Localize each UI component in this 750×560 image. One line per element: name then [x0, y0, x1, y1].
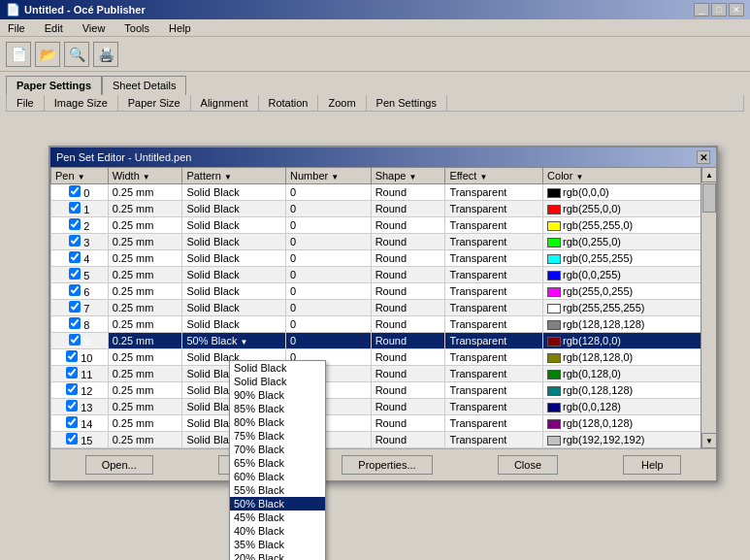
dropdown-item[interactable]: 45% Black — [230, 511, 325, 524]
table-row[interactable]: 30.25 mmSolid Black0RoundTransparentrgb(… — [51, 234, 716, 250]
help-button[interactable]: Help — [623, 455, 681, 475]
pen-checkbox[interactable] — [69, 251, 81, 263]
toolbar-search-button[interactable]: 🔍 — [64, 42, 89, 67]
tab-paper-settings[interactable]: Paper Settings — [6, 76, 102, 95]
dropdown-item[interactable]: 90% Black — [230, 388, 325, 402]
table-row[interactable]: 60.25 mmSolid Black0RoundTransparentrgb(… — [51, 283, 716, 300]
toolbar-print-button[interactable]: 🖨️ — [93, 42, 118, 67]
tab-sheet-details[interactable]: Sheet Details — [102, 76, 186, 95]
color-value: rgb(0,128,128) — [563, 384, 633, 396]
table-row[interactable]: 90.25 mm50% Black ▼0RoundTransparentrgb(… — [51, 333, 716, 349]
col-header-color[interactable]: Color ▼ — [543, 168, 716, 184]
col-file[interactable]: File — [7, 95, 45, 111]
pen-checkbox[interactable] — [69, 301, 81, 313]
properties-button[interactable]: Properties... — [342, 455, 432, 475]
pen-checkbox[interactable] — [69, 218, 81, 230]
dropdown-item[interactable]: 20% Black — [230, 551, 325, 560]
col-zoom[interactable]: Zoom — [318, 95, 366, 111]
dropdown-item[interactable]: 65% Black — [230, 456, 325, 470]
dropdown-item[interactable]: 60% Black — [230, 470, 325, 483]
col-header-shape[interactable]: Shape ▼ — [371, 168, 445, 184]
dropdown-item[interactable]: 70% Black — [230, 443, 325, 456]
scrollbar-thumb[interactable] — [702, 183, 716, 213]
col-pen-settings[interactable]: Pen Settings — [367, 95, 447, 111]
pen-color: rgb(128,0,128) — [543, 415, 716, 432]
scrollbar-down-button[interactable]: ▼ — [701, 433, 717, 448]
dropdown-item[interactable]: Solid Black — [230, 375, 325, 388]
maximize-button[interactable]: □ — [711, 3, 727, 16]
pen-checkbox[interactable] — [69, 284, 81, 296]
pen-pattern[interactable]: Solid Black — [182, 267, 286, 283]
pen-pattern[interactable]: Solid Black — [182, 184, 286, 201]
menu-file[interactable]: File — [4, 21, 29, 35]
pen-pattern[interactable]: Solid Black — [182, 217, 286, 234]
toolbar-open-button[interactable]: 📂 — [35, 42, 60, 67]
col-paper-size[interactable]: Paper Size — [118, 95, 191, 111]
dialog-close-button[interactable]: ✕ — [697, 150, 710, 164]
pen-checkbox[interactable] — [66, 383, 78, 395]
table-row[interactable]: 150.25 mmSolid Black0RoundTransparentrgb… — [51, 432, 716, 448]
pen-color: rgb(0,0,0) — [543, 184, 716, 201]
col-header-width[interactable]: Width ▼ — [108, 168, 182, 184]
pen-number: 13 — [78, 402, 92, 413]
table-row[interactable]: 20.25 mmSolid Black0RoundTransparentrgb(… — [51, 217, 716, 234]
dropdown-item[interactable]: 75% Black — [230, 429, 325, 443]
pen-shape: Round — [371, 316, 445, 333]
dropdown-item[interactable]: 50% Black — [230, 497, 325, 511]
menu-view[interactable]: View — [79, 21, 110, 35]
pen-pattern[interactable]: Solid Black — [182, 234, 286, 250]
pen-checkbox[interactable] — [69, 268, 81, 280]
table-row[interactable]: 80.25 mmSolid Black0RoundTransparentrgb(… — [51, 316, 716, 333]
pen-checkbox[interactable] — [66, 350, 78, 362]
open-button[interactable]: Open... — [85, 455, 153, 475]
close-button[interactable]: Close — [498, 455, 558, 475]
pen-pattern[interactable]: Solid Black — [182, 316, 286, 333]
pen-checkbox[interactable] — [69, 202, 81, 214]
table-row[interactable]: 130.25 mmSolid Black0RoundTransparentrgb… — [51, 399, 716, 415]
col-header-pattern[interactable]: Pattern ▼ — [182, 168, 286, 184]
col-rotation[interactable]: Rotation — [259, 95, 319, 111]
table-row[interactable]: 40.25 mmSolid Black0RoundTransparentrgb(… — [51, 250, 716, 267]
col-image-size[interactable]: Image Size — [45, 95, 118, 111]
col-alignment[interactable]: Alignment — [191, 95, 259, 111]
dropdown-item[interactable]: 85% Black — [230, 402, 325, 415]
col-header-effect[interactable]: Effect ▼ — [445, 168, 543, 184]
toolbar-new-button[interactable]: 📄 — [6, 42, 31, 67]
pen-pattern[interactable]: Solid Black — [182, 250, 286, 267]
scrollbar-up-button[interactable]: ▲ — [701, 167, 717, 182]
pattern-dropdown[interactable]: Solid BlackSolid Black90% Black85% Black… — [229, 360, 326, 560]
table-row[interactable]: 70.25 mmSolid Black0RoundTransparentrgb(… — [51, 300, 716, 316]
pen-checkbox[interactable] — [66, 400, 78, 412]
pen-checkbox[interactable] — [69, 317, 81, 329]
table-row[interactable]: 140.25 mmSolid Black0RoundTransparentrgb… — [51, 415, 716, 432]
table-row[interactable]: 50.25 mmSolid Black0RoundTransparentrgb(… — [51, 267, 716, 283]
minimize-button[interactable]: _ — [694, 3, 709, 16]
dropdown-item[interactable]: Solid Black — [230, 361, 325, 375]
close-button[interactable]: ✕ — [729, 3, 744, 16]
pen-checkbox[interactable] — [66, 416, 78, 428]
pen-checkbox[interactable] — [69, 235, 81, 247]
col-header-pen[interactable]: Pen ▼ — [51, 168, 109, 184]
pen-checkbox[interactable] — [69, 334, 81, 346]
dropdown-item[interactable]: 80% Black — [230, 415, 325, 429]
dropdown-item[interactable]: 35% Black — [230, 538, 325, 551]
pen-pattern[interactable]: Solid Black — [182, 201, 286, 217]
col-header-number[interactable]: Number ▼ — [286, 168, 372, 184]
table-row[interactable]: 100.25 mmSolid Black0RoundTransparentrgb… — [51, 349, 716, 366]
dropdown-item[interactable]: 40% Black — [230, 524, 325, 538]
table-row[interactable]: 120.25 mmSolid Black0RoundTransparentrgb… — [51, 382, 716, 399]
menu-help[interactable]: Help — [165, 21, 195, 35]
pen-pattern[interactable]: Solid Black — [182, 283, 286, 300]
table-row[interactable]: 110.25 mmSolid Black0RoundTransparentrgb… — [51, 366, 716, 382]
menu-edit[interactable]: Edit — [41, 21, 67, 35]
pen-pattern[interactable]: 50% Black ▼ — [182, 333, 286, 349]
dropdown-item[interactable]: 55% Black — [230, 483, 325, 497]
pen-checkbox[interactable] — [69, 185, 81, 197]
table-row[interactable]: 00.25 mmSolid Black0RoundTransparentrgb(… — [51, 184, 716, 201]
pen-checkbox[interactable] — [66, 367, 78, 379]
table-row[interactable]: 10.25 mmSolid Black0RoundTransparentrgb(… — [51, 201, 716, 217]
pen-pattern[interactable]: Solid Black — [182, 300, 286, 316]
menu-tools[interactable]: Tools — [120, 21, 153, 35]
color-value: rgb(0,128,0) — [563, 368, 621, 379]
pen-checkbox[interactable] — [66, 433, 78, 445]
